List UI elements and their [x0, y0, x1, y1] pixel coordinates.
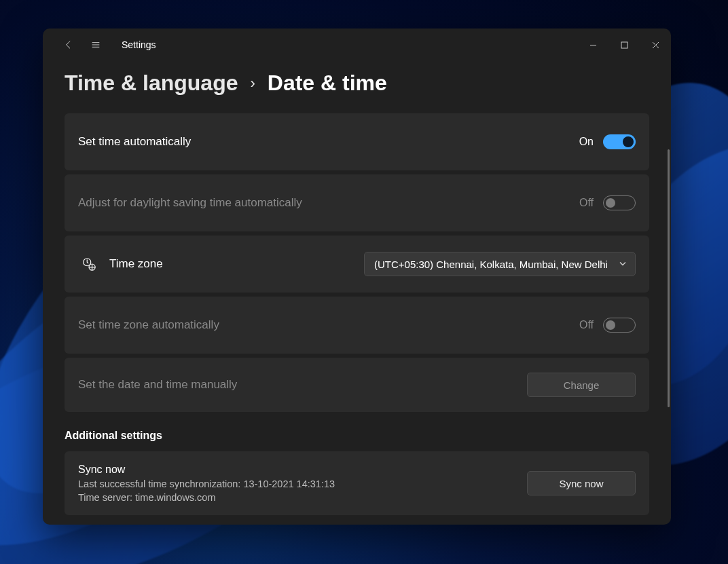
- minimize-button[interactable]: [577, 34, 608, 56]
- toggle-status: Off: [579, 319, 594, 331]
- chevron-right-icon: ›: [250, 75, 255, 92]
- section-additional-settings: Additional settings: [65, 430, 649, 442]
- row-label: Adjust for daylight saving time automati…: [78, 196, 302, 210]
- settings-window: Settings Time & language › Date & time S…: [43, 29, 671, 525]
- toggle-auto-timezone[interactable]: [603, 318, 636, 333]
- chevron-down-icon: [619, 259, 627, 270]
- change-button[interactable]: Change: [527, 373, 636, 397]
- row-label: Set the date and time manually: [78, 378, 237, 392]
- menu-button[interactable]: [82, 31, 109, 58]
- timezone-value: (UTC+05:30) Chennai, Kolkata, Mumbai, Ne…: [374, 259, 608, 270]
- row-time-zone: Time zone (UTC+05:30) Chennai, Kolkata, …: [65, 236, 649, 293]
- sync-server: Time server: time.windows.com: [78, 492, 335, 503]
- window-controls: [577, 34, 671, 56]
- maximize-button[interactable]: [608, 34, 640, 56]
- row-set-time-automatically: Set time automatically On: [65, 113, 649, 170]
- svg-rect-0: [621, 42, 627, 48]
- row-label: Time zone: [109, 257, 163, 271]
- page-title: Date & time: [268, 71, 387, 96]
- back-button[interactable]: [55, 31, 82, 58]
- globe-clock-icon: [78, 257, 100, 271]
- toggle-set-time-automatically[interactable]: [603, 134, 636, 149]
- row-label: Set time zone automatically: [78, 318, 219, 332]
- row-dst: Adjust for daylight saving time automati…: [65, 174, 649, 231]
- row-set-manually: Set the date and time manually Change: [65, 358, 649, 412]
- scrollbar[interactable]: [668, 149, 670, 407]
- title-bar: Settings: [43, 29, 671, 61]
- close-button[interactable]: [640, 34, 671, 56]
- app-title: Settings: [122, 39, 156, 50]
- row-sync-now: Sync now Last successful time synchroniz…: [65, 451, 649, 515]
- toggle-status: Off: [579, 197, 594, 209]
- sync-title: Sync now: [78, 464, 335, 476]
- row-label: Set time automatically: [78, 135, 191, 149]
- row-auto-timezone: Set time zone automatically Off: [65, 297, 649, 354]
- sync-last: Last successful time synchronization: 13…: [78, 478, 335, 489]
- content-area: Time & language › Date & time Set time a…: [43, 61, 671, 525]
- breadcrumb: Time & language › Date & time: [65, 71, 649, 96]
- toggle-dst[interactable]: [603, 195, 636, 210]
- sync-now-button[interactable]: Sync now: [527, 471, 636, 495]
- timezone-select[interactable]: (UTC+05:30) Chennai, Kolkata, Mumbai, Ne…: [364, 252, 636, 276]
- breadcrumb-parent[interactable]: Time & language: [65, 71, 238, 96]
- toggle-status: On: [579, 136, 594, 148]
